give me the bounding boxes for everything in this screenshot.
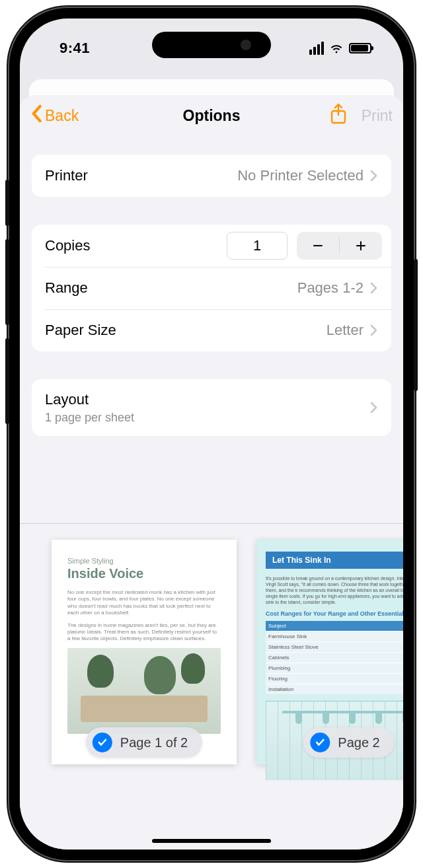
paper-size-label: Paper Size — [45, 322, 116, 339]
layout-sublabel: 1 page per sheet — [45, 411, 134, 425]
printer-label: Printer — [45, 167, 88, 184]
page-badge-label: Page 2 — [338, 735, 379, 750]
copies-label: Copies — [45, 237, 90, 254]
page1-image — [67, 648, 221, 734]
back-label: Back — [45, 107, 79, 125]
dynamic-island — [152, 32, 271, 58]
copies-minus-button[interactable]: − — [297, 232, 339, 260]
screen: 9:41 Back Options — [20, 18, 403, 850]
page2-text: It's possible to break ground on a conte… — [266, 575, 403, 605]
range-value: Pages 1-2 — [297, 279, 364, 297]
chevron-left-icon — [30, 104, 42, 127]
navbar: Back Options Print — [20, 95, 403, 136]
preview-area: Simple Styling Inside Voice No one excep… — [20, 523, 403, 781]
copies-row: Copies 1 − + — [32, 225, 391, 267]
home-indicator[interactable] — [152, 839, 271, 843]
share-button[interactable] — [330, 103, 347, 128]
volume-up — [5, 239, 9, 325]
page-badge-label: Page 1 of 2 — [120, 735, 188, 750]
page-badge[interactable]: Page 2 — [303, 727, 394, 758]
chevron-right-icon — [370, 324, 378, 336]
page-badge[interactable]: Page 1 of 2 — [86, 727, 202, 758]
range-label: Range — [45, 279, 88, 297]
checkmark-icon — [93, 733, 112, 752]
range-row[interactable]: Range Pages 1-2 — [32, 267, 391, 309]
page2-table: SubjectHigh Cost Farmhouse Sink$749.00St… — [266, 621, 403, 694]
battery-icon — [349, 43, 371, 54]
printer-value: No Printer Selected — [237, 167, 364, 184]
chevron-right-icon — [370, 282, 378, 294]
page1-text: The designs in home magazines aren't lie… — [67, 622, 221, 643]
preview-page-2[interactable]: Let This Sink In It's possible to break … — [256, 540, 403, 764]
printer-row[interactable]: Printer No Printer Selected — [32, 155, 391, 197]
paper-size-value: Letter — [327, 322, 364, 339]
checkmark-icon — [310, 733, 330, 752]
chevron-right-icon — [370, 402, 378, 414]
power-button — [414, 259, 418, 391]
cellular-icon — [309, 42, 324, 55]
layout-row[interactable]: Layout 1 page per sheet — [32, 379, 391, 436]
copies-input[interactable]: 1 — [227, 232, 288, 260]
print-options-sheet: Back Options Print Printer No Printer Se… — [20, 95, 403, 850]
page1-pretitle: Simple Styling — [67, 557, 221, 565]
volume-down — [5, 338, 9, 424]
copies-plus-button[interactable]: + — [340, 232, 382, 260]
status-time: 9:41 — [59, 40, 90, 57]
page1-title: Inside Voice — [67, 566, 221, 581]
page1-text: No one except the most dedicated monk ha… — [67, 589, 221, 617]
paper-size-row[interactable]: Paper Size Letter — [32, 309, 391, 351]
page2-heading: Let This Sink In — [266, 552, 403, 569]
preview-page-1[interactable]: Simple Styling Inside Voice No one excep… — [52, 540, 237, 764]
page-title: Options — [183, 107, 241, 125]
phone-frame: 9:41 Back Options — [9, 8, 414, 860]
volume-switch — [5, 180, 9, 226]
page2-table-title: Cost Ranges for Your Range and Other Ess… — [266, 610, 403, 617]
layout-label: Layout — [45, 391, 134, 408]
wifi-icon — [329, 41, 344, 55]
copies-stepper: − + — [297, 232, 382, 260]
back-button[interactable]: Back — [30, 104, 79, 127]
chevron-right-icon — [370, 170, 378, 182]
print-button[interactable]: Print — [362, 107, 393, 125]
